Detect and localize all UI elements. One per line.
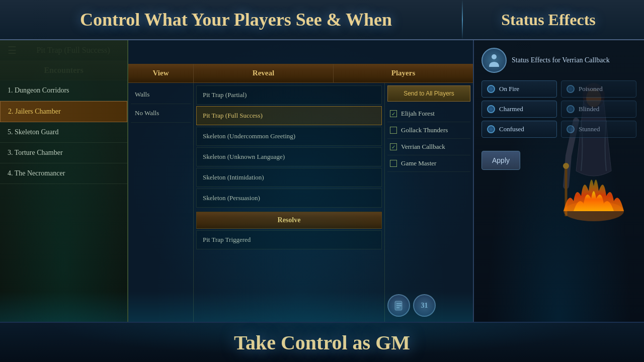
players-column: Send to All Players Elijah Forest Gollac…	[385, 83, 473, 322]
player-item-gm[interactable]: Game Master	[387, 155, 470, 172]
status-row-3: Confused Stunned	[481, 121, 636, 138]
svg-point-4	[492, 54, 497, 59]
view-column: Walls No Walls	[128, 83, 194, 322]
players-col-header: Players	[334, 64, 473, 82]
person-silhouette	[487, 53, 502, 68]
reveal-column: Pit Trap (Partial) Pit Trap (Full Succes…	[194, 83, 385, 322]
encounters-header: Encounters	[0, 61, 127, 80]
player-label: Gollack Thunders	[401, 126, 448, 134]
status-blinded-label: Blinded	[579, 105, 599, 113]
view-col-header: View	[128, 64, 194, 82]
svg-point-8	[563, 163, 569, 169]
status-radio	[487, 105, 495, 113]
top-bar: ☰ Pit Trap (Full Success)	[0, 40, 127, 61]
status-confused-label: Confused	[499, 125, 524, 133]
status-on-fire-label: On Fire	[499, 85, 519, 93]
player-item-verrian[interactable]: Verrian Callback	[387, 139, 470, 155]
teal-glow	[0, 292, 127, 322]
reveal-item[interactable]: Skeleton (Undercommon Greeting)	[196, 127, 382, 146]
status-row-1: On Fire Poisoned	[481, 80, 636, 98]
encounter-item[interactable]: 2. Jailers Chamber	[0, 101, 127, 122]
resolve-item[interactable]: Pit Trap Triggered	[196, 230, 382, 249]
player-checkbox[interactable]	[390, 160, 397, 167]
status-on-fire-button[interactable]: On Fire	[481, 80, 557, 98]
status-title: Status Effects for Verrian Callback	[512, 56, 610, 64]
middle-panel: View Reveal Players Walls No Walls Pit T…	[128, 40, 473, 322]
bottom-banner: Take Control as GM	[0, 322, 644, 362]
player-checkbox[interactable]	[390, 110, 397, 117]
status-radio	[567, 85, 575, 93]
encounter-item[interactable]: 4. The Necromancer	[0, 163, 127, 184]
send-to-all-button[interactable]: Send to All Players	[387, 85, 470, 102]
status-poisoned-label: Poisoned	[579, 85, 603, 93]
top-banner-left-title: Control What Your Players See & When	[10, 9, 462, 30]
scroll-icon	[393, 300, 405, 311]
top-banner-right: Status Effects	[463, 11, 634, 29]
bottom-banner-title: Take Control as GM	[234, 331, 410, 354]
status-charmed-button[interactable]: Charmed	[481, 101, 557, 118]
status-row-2: Charmed Blinded	[481, 101, 636, 118]
status-radio	[487, 125, 495, 133]
player-label: Verrian Callback	[401, 143, 445, 151]
reveal-col-header: Reveal	[194, 64, 334, 82]
bottom-icons: 31	[387, 294, 436, 317]
status-radio	[487, 85, 495, 93]
top-banner-right-title: Status Effects	[463, 11, 634, 29]
encounter-item[interactable]: 5. Skeleton Guard	[0, 122, 127, 143]
top-banner-left: Control What Your Players See & When	[10, 9, 462, 30]
number-badge[interactable]: 31	[413, 294, 436, 317]
top-banner: Control What Your Players See & When Sta…	[0, 0, 644, 40]
player-label: Game Master	[401, 159, 436, 167]
status-charmed-label: Charmed	[499, 105, 523, 113]
status-radio	[567, 125, 575, 133]
status-radio	[567, 105, 575, 113]
status-poisoned-button[interactable]: Poisoned	[561, 80, 636, 98]
content-columns: Walls No Walls Pit Trap (Partial) Pit Tr…	[128, 83, 473, 322]
middle-header: View Reveal Players	[128, 64, 473, 83]
hamburger-icon[interactable]: ☰	[8, 44, 17, 56]
apply-button[interactable]: Apply	[481, 151, 520, 170]
encounters-panel: ☰ Pit Trap (Full Success) Encounters 1. …	[0, 40, 128, 322]
player-item-elijah[interactable]: Elijah Forest	[387, 106, 470, 122]
status-blinded-button[interactable]: Blinded	[561, 101, 636, 118]
reveal-item[interactable]: Skeleton (Persuasion)	[196, 189, 382, 208]
view-walls[interactable]: Walls	[131, 85, 191, 104]
reveal-item[interactable]: Skeleton (Unknown Language)	[196, 147, 382, 166]
player-checkbox[interactable]	[390, 143, 397, 150]
reveal-item[interactable]: Pit Trap (Partial)	[196, 85, 382, 105]
top-bar-title: Pit Trap (Full Success)	[27, 46, 120, 55]
resolve-header: Resolve	[196, 212, 382, 229]
main-area: ☰ Pit Trap (Full Success) Encounters 1. …	[0, 40, 644, 322]
status-stunned-label: Stunned	[579, 125, 600, 133]
encounter-item[interactable]: 3. Torture Chamber	[0, 143, 127, 163]
player-label: Elijah Forest	[401, 110, 435, 118]
reveal-item[interactable]: Skeleton (Intimidation)	[196, 168, 382, 187]
scroll-icon-button[interactable]	[387, 294, 410, 317]
status-effects-panel: Status Effects for Verrian Callback	[473, 40, 644, 322]
view-no-walls[interactable]: No Walls	[131, 104, 191, 123]
reveal-item-active[interactable]: Pit Trap (Full Success)	[196, 106, 382, 125]
player-checkbox[interactable]	[390, 127, 397, 134]
status-effects-list: On Fire Poisoned Charmed Blinded	[474, 75, 644, 146]
status-confused-button[interactable]: Confused	[481, 121, 557, 138]
encounter-item[interactable]: 1. Dungeon Corridors	[0, 80, 127, 101]
status-stunned-button[interactable]: Stunned	[561, 121, 636, 138]
status-header: Status Effects for Verrian Callback	[474, 40, 644, 75]
avatar-icon	[481, 48, 507, 73]
encounters-label: Encounters	[44, 66, 83, 74]
player-item-gollack[interactable]: Gollack Thunders	[387, 122, 470, 139]
